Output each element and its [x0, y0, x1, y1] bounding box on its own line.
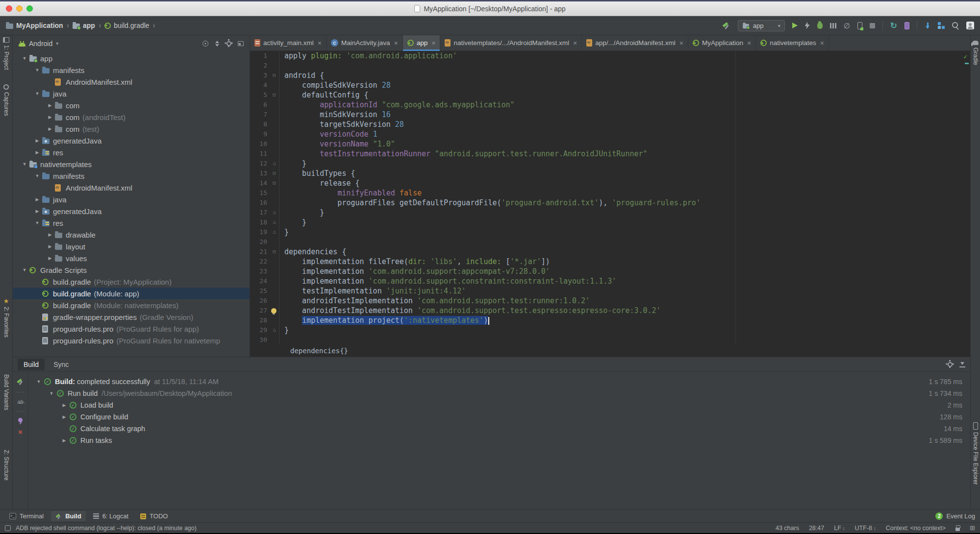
toolwindow-tab-todo[interactable]: TODO: [136, 511, 172, 521]
hide-panel-icon[interactable]: [238, 41, 244, 46]
line-ending-selector[interactable]: LF ↕: [834, 525, 845, 532]
tree-arrow-icon[interactable]: ▶: [45, 126, 55, 131]
tree-item[interactable]: ▼manifests: [13, 170, 250, 182]
code-line[interactable]: 12⌂ }: [250, 159, 970, 169]
breadcrumb-item[interactable]: MyApplication: [6, 22, 63, 29]
code-line[interactable]: 14⊟ release {: [250, 178, 970, 188]
tree-arrow-icon[interactable]: ▶: [32, 150, 42, 155]
code-editor[interactable]: 1apply plugin: 'com.android.application'…: [250, 51, 970, 345]
tree-item[interactable]: ▶java: [13, 194, 250, 205]
filter-icon[interactable]: a̶b̶: [17, 399, 23, 405]
tool-strip-button[interactable]: Gradle: [971, 39, 980, 65]
toolwindow-toggle-icon[interactable]: [5, 525, 11, 531]
close-tab-icon[interactable]: ×: [431, 39, 435, 47]
tree-item[interactable]: proguard-rules.pro(ProGuard Rules for na…: [13, 335, 250, 346]
close-icon[interactable]: ×: [18, 429, 23, 436]
tree-arrow-icon[interactable]: ▶: [45, 103, 55, 108]
close-window-button[interactable]: [6, 5, 12, 12]
project-structure-icon[interactable]: [938, 22, 945, 29]
tree-item[interactable]: proguard-rules.pro(ProGuard Rules for ap…: [13, 323, 250, 335]
toolwindow-tab-terminal[interactable]: Terminal: [5, 511, 48, 521]
code-line[interactable]: 9 versionCode 1: [250, 129, 970, 139]
encoding-selector[interactable]: UTF-8 ↕: [855, 525, 876, 532]
close-tab-icon[interactable]: ×: [394, 39, 398, 47]
tree-item[interactable]: build.gradle(Module: nativetemplates): [13, 299, 250, 311]
close-tab-icon[interactable]: ×: [747, 39, 751, 47]
tree-arrow-icon[interactable]: ▼: [32, 68, 42, 73]
run-button[interactable]: [792, 23, 798, 28]
code-line[interactable]: 3⊟android {: [250, 71, 970, 80]
editor-tab[interactable]: nativetemplates×: [756, 35, 829, 50]
tree-item[interactable]: ▼manifests: [13, 64, 250, 76]
breadcrumb-item[interactable]: build.gradle: [104, 22, 149, 29]
tool-strip-button[interactable]: Device File Explorer: [971, 422, 980, 485]
attach-debugger-icon[interactable]: [857, 22, 862, 29]
project-view-selector[interactable]: Android: [29, 40, 52, 48]
tree-arrow-icon[interactable]: ▶: [59, 403, 70, 408]
editor-tab[interactable]: activity_main.xml×: [250, 35, 327, 50]
tool-strip-button[interactable]: Captures: [0, 84, 12, 116]
tree-arrow-icon[interactable]: ▼: [33, 379, 44, 384]
code-line[interactable]: 24 implementation 'com.android.support.c…: [250, 276, 970, 286]
pin-icon[interactable]: [18, 418, 23, 422]
close-tab-icon[interactable]: ×: [679, 39, 683, 47]
tree-arrow-icon[interactable]: ▼: [32, 220, 42, 225]
code-line[interactable]: 16 proguardFiles getDefaultProguardFile(…: [250, 198, 970, 208]
fold-gutter[interactable]: ⊟: [270, 90, 279, 100]
code-line[interactable]: 7 minSdkVersion 16: [250, 110, 970, 120]
code-line[interactable]: 17⌂ }: [250, 208, 970, 218]
tree-arrow-icon[interactable]: ▶: [32, 209, 42, 214]
code-line[interactable]: 22 implementation fileTree(dir: 'libs', …: [250, 257, 970, 267]
close-tab-icon[interactable]: ×: [573, 39, 577, 47]
build-output-row[interactable]: ▶Run tasks1 s 589 ms: [28, 435, 970, 446]
caret-position[interactable]: 28:47: [809, 525, 824, 532]
fold-gutter[interactable]: ⌂: [270, 227, 279, 237]
sync-gradle-icon[interactable]: ↻: [890, 22, 897, 30]
fold-gutter[interactable]: ⌂: [270, 218, 279, 227]
build-output-row[interactable]: ▶Configure build128 ms: [28, 411, 970, 423]
tree-arrow-icon[interactable]: ▶: [45, 256, 55, 261]
tree-item[interactable]: ▶layout: [13, 241, 250, 252]
lock-icon[interactable]: [955, 528, 960, 531]
fold-gutter[interactable]: ⊟: [270, 169, 279, 178]
tree-item[interactable]: gradle-wrapper.properties(Gradle Version…: [13, 311, 250, 323]
fold-gutter[interactable]: ⊟: [270, 178, 279, 188]
status-message[interactable]: ADB rejected shell command (logcat --hel…: [16, 525, 197, 532]
tree-item[interactable]: ▶drawable: [13, 229, 250, 241]
close-tab-icon[interactable]: ×: [318, 39, 322, 47]
build-output-row[interactable]: ▼Build: completed successfullyat 11/5/18…: [28, 376, 970, 388]
code-line[interactable]: 26 androidTestImplementation 'com.androi…: [250, 296, 970, 306]
tree-item[interactable]: ▼app: [13, 52, 250, 64]
tree-arrow-icon[interactable]: ▼: [20, 162, 29, 167]
code-line[interactable]: 20: [250, 237, 970, 247]
close-tab-icon[interactable]: ×: [820, 39, 824, 47]
build-output-row[interactable]: ▶Load build2 ms: [28, 399, 970, 411]
build-output-row[interactable]: Calculate task graph14 ms: [28, 423, 970, 435]
tree-item[interactable]: AndroidManifest.xml: [13, 76, 250, 88]
minimize-window-button[interactable]: [16, 5, 23, 12]
tree-arrow-icon[interactable]: ▶: [45, 232, 55, 237]
code-line[interactable]: 10 versionName "1.0": [250, 139, 970, 149]
tree-arrow-icon[interactable]: ▼: [20, 56, 29, 61]
chevron-down-icon[interactable]: ▾: [56, 41, 58, 46]
tree-arrow-icon[interactable]: ▼: [32, 173, 42, 178]
editor-tab[interactable]: app/.../AndroidManifest.xml×: [582, 35, 688, 50]
editor-tab[interactable]: nativetemplates/.../AndroidManifest.xml×: [440, 35, 582, 50]
code-line[interactable]: 29⌂}: [250, 325, 970, 335]
tree-item[interactable]: ▶com(androidTest): [13, 111, 250, 123]
code-line[interactable]: 27 androidTestImplementation 'com.androi…: [250, 306, 970, 316]
code-line[interactable]: 5⊟ defaultConfig {: [250, 90, 970, 100]
tree-item[interactable]: build.gradle(Project: MyApplication): [13, 276, 250, 288]
debug-icon[interactable]: [817, 23, 823, 29]
tree-item[interactable]: ▼nativetemplates: [13, 158, 250, 170]
build-settings-gear-icon[interactable]: [948, 362, 953, 367]
profile-icon[interactable]: [830, 23, 836, 28]
tree-arrow-icon[interactable]: ▼: [32, 91, 42, 96]
minimize-panel-icon[interactable]: [959, 362, 965, 367]
locate-file-icon[interactable]: [202, 41, 208, 47]
fold-gutter[interactable]: ⌂: [270, 159, 279, 169]
tool-strip-button[interactable]: Z: Structure: [0, 450, 12, 481]
tree-arrow-icon[interactable]: ▼: [20, 267, 29, 272]
fold-gutter[interactable]: ⌂: [270, 208, 279, 218]
build-output-row[interactable]: ▼Run build/Users/jweisbaum/Desktop/MyApp…: [28, 388, 970, 399]
